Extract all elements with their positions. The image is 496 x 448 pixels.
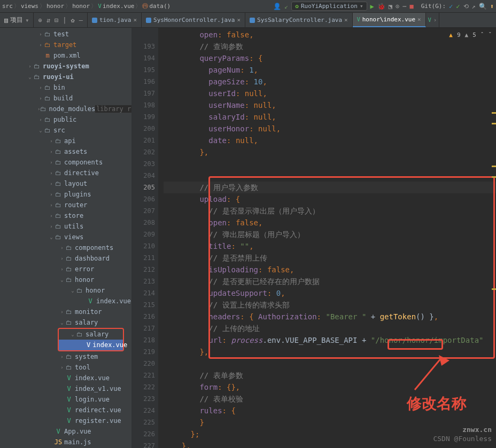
tree-file-salary-index[interactable]: Vindex.vue	[59, 340, 123, 350]
target-icon[interactable]: ⊕	[38, 17, 42, 24]
tree-folder-honor[interactable]: ⌄🗀honor	[0, 274, 131, 285]
crumb[interactable]: honor	[72, 3, 90, 10]
git-revert-icon[interactable]: ↗	[472, 3, 476, 10]
warning-mark[interactable]	[492, 112, 496, 114]
chevron-up-icon[interactable]: ˆ	[480, 32, 484, 38]
tree-folder-api[interactable]: ›🗀api	[0, 136, 131, 146]
settings-icon[interactable]: ✿	[71, 17, 74, 24]
profile-icon[interactable]: ⊙	[396, 3, 399, 10]
tree-folder-error[interactable]: ›🗀error	[0, 264, 131, 274]
tree-folder-store[interactable]: ›🗀store	[0, 210, 131, 221]
inspection-status[interactable]: ▲9 ▲5 ˆˇ	[449, 32, 492, 38]
git-history-icon[interactable]: ⟲	[463, 3, 469, 10]
attach-icon[interactable]: ⋯	[402, 3, 406, 10]
breadcrumb[interactable]: src〉 views〉 honor〉 honor〉 V index.vue〉 ⓜ…	[2, 2, 170, 10]
tree-folder-layout[interactable]: ›🗀layout	[0, 178, 131, 189]
code-editor[interactable]: 1931941951961971981992002012022032042052…	[131, 28, 496, 448]
tree-folder-assets[interactable]: ›🗀assets	[0, 146, 131, 157]
tree-folder-monitor[interactable]: ›🗀monitor	[0, 306, 131, 317]
tab-java1[interactable]: tion.java×	[88, 13, 142, 27]
coverage-icon[interactable]: ⬔	[389, 3, 392, 10]
hide-icon[interactable]: —	[79, 17, 83, 24]
chevron-down-icon[interactable]: ˇ	[488, 32, 492, 38]
close-icon[interactable]: ×	[417, 16, 421, 23]
tree-folder-utils[interactable]: ›🗀utils	[0, 221, 131, 232]
close-icon[interactable]: ×	[344, 17, 348, 23]
search-icon[interactable]: 🔍	[479, 3, 487, 10]
tree-label: api	[64, 137, 76, 145]
svg-marker-1	[439, 355, 449, 366]
tab-syssalary[interactable]: SysSalaryController.java×	[245, 13, 353, 27]
crumb[interactable]: views	[21, 3, 38, 10]
tree-folder-target[interactable]: ›🗀target	[0, 40, 131, 50]
tree-folder-directive[interactable]: ›🗀directive	[0, 168, 131, 178]
tree-label: build	[53, 95, 73, 102]
warning-mark[interactable]	[492, 166, 496, 167]
tree-label: tool	[75, 364, 90, 371]
tree-folder-tool[interactable]: ›🗀tool	[0, 362, 131, 373]
close-icon[interactable]: ×	[133, 17, 137, 23]
stop-icon[interactable]: ■	[409, 3, 413, 10]
tree-file-register[interactable]: Vregister.vue	[0, 415, 131, 426]
folder-icon: 🗀	[65, 353, 73, 360]
git-commit-icon[interactable]: ✓	[456, 3, 460, 10]
tree-folder-system[interactable]: ›🗀system	[0, 351, 131, 362]
crumb[interactable]: index.vue	[103, 3, 135, 10]
code-area[interactable]: open: false, // 查询参数 queryParams: { page…	[158, 28, 496, 448]
tree-folder-ruoyi-system[interactable]: ›🗀ruoyi-system	[0, 61, 131, 72]
ide-update-icon[interactable]: ⬆	[490, 3, 494, 10]
hammer-icon[interactable]: ↙	[284, 3, 288, 10]
tree-label: salary	[86, 331, 108, 338]
git-update-icon[interactable]: ✓	[449, 3, 453, 10]
user-icon[interactable]: 👤	[273, 3, 281, 10]
crumb[interactable]: data()	[149, 3, 170, 10]
tab-syshonor[interactable]: SysHonorController.java×	[142, 13, 245, 27]
tree-file-index-v1[interactable]: Vindex_v1.vue	[0, 383, 131, 394]
tree-folder-ruoyi-ui[interactable]: ⌄🗀ruoyi-ui	[0, 72, 131, 82]
folder-icon: 🗀	[65, 255, 73, 262]
tree-folder-public[interactable]: ›🗀public	[0, 114, 131, 125]
warning-mark[interactable]	[492, 123, 496, 124]
tree-folder-salary2[interactable]: ⌄🗀salary	[59, 329, 123, 340]
tree-label: bin	[53, 84, 65, 91]
tree-file-login[interactable]: Vlogin.vue	[0, 394, 131, 405]
tree-folder-test[interactable]: ›🗀test	[0, 29, 131, 40]
tree-file-honor-index[interactable]: Vindex.vue	[0, 296, 131, 306]
tab-more[interactable]: V›	[426, 13, 440, 27]
project-tree[interactable]: ›🗀test ›🗀target mpom.xml ›🗀ruoyi-system …	[0, 28, 131, 448]
tab-honor-index[interactable]: Vhonor\index.vue×	[353, 13, 426, 27]
tree-folder-router[interactable]: ›🗀router	[0, 200, 131, 210]
collapse-icon[interactable]: ⊟	[55, 17, 58, 24]
code-comment: // 弹出层标题（用户导入）	[208, 230, 304, 239]
tree-folder-build[interactable]: ›🗀build	[0, 93, 131, 104]
project-tool-button[interactable]: ▤ 项目 ▾	[0, 13, 34, 27]
error-stripe[interactable]	[491, 43, 496, 448]
tree-folder-components[interactable]: ›🗀components	[0, 157, 131, 168]
tree-folder-plugins[interactable]: ›🗀plugins	[0, 189, 131, 200]
run-config-dropdown[interactable]: ✿ RuoYiApplication ▾	[291, 2, 367, 11]
tree-folder-bin[interactable]: ›🗀bin	[0, 82, 131, 93]
tree-folder-node-modules[interactable]: ›🗀node_modules library root	[0, 104, 131, 114]
tree-file-pom[interactable]: mpom.xml	[0, 50, 131, 61]
tree-file-redirect[interactable]: Vredirect.vue	[0, 405, 131, 415]
tree-folder-salary[interactable]: ⌄🗀salary	[0, 317, 131, 328]
close-icon[interactable]: ×	[237, 17, 241, 23]
run-icon[interactable]: ▶	[370, 3, 374, 10]
tree-file-index3[interactable]: Vindex.vue	[0, 373, 131, 383]
crumb[interactable]: src	[2, 3, 13, 10]
crumb[interactable]: honor	[46, 3, 64, 10]
tree-folder-views[interactable]: ⌄🗀views	[0, 232, 131, 242]
tree-folder-dashboard[interactable]: ›🗀dashboard	[0, 253, 131, 264]
tree-folder-src[interactable]: ⌄🗀src	[0, 125, 131, 136]
folder-icon: 🗀	[55, 180, 62, 187]
tree-folder-honor2[interactable]: ⌄🗀honor	[0, 285, 131, 296]
tree-file-mainjs[interactable]: JSmain.js	[0, 437, 131, 447]
warning-mark[interactable]	[492, 288, 496, 290]
tree-folder-components2[interactable]: ›🗀components	[0, 242, 131, 253]
tree-file-app[interactable]: VApp.vue	[0, 426, 131, 437]
folder-icon: 🗀	[65, 364, 73, 371]
folder-icon: 🗀	[76, 287, 83, 294]
expand-icon[interactable]: ⇵	[46, 17, 50, 24]
warning-mark[interactable]	[492, 176, 496, 178]
debug-icon[interactable]: 🐞	[377, 3, 385, 10]
